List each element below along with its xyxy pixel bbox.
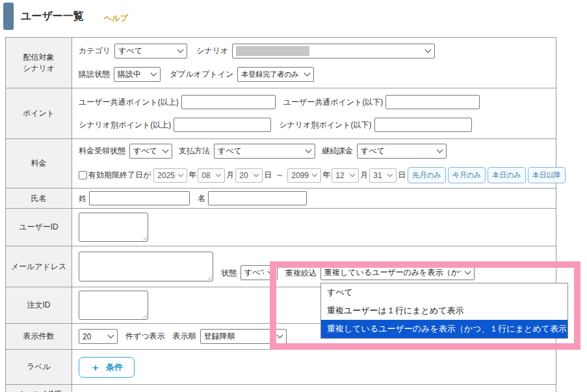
page-title: ユーザー一覧 xyxy=(21,10,84,23)
row-label-label: ラベル xyxy=(6,350,72,384)
dedup-option-duplicates-merged[interactable]: 重複しているユーザーのみを表示（かつ、１行にまとめて表示） xyxy=(321,320,567,338)
page-header: ユーザー一覧 ヘルプ xyxy=(0,0,587,33)
chevron-down-icon xyxy=(163,147,169,153)
to-month-select[interactable]: 12 xyxy=(332,168,359,183)
chevron-down-icon xyxy=(312,171,317,176)
sort-order-select[interactable]: 登録降順 xyxy=(200,329,287,344)
from-month-select[interactable]: 08 xyxy=(198,168,225,183)
today-only-button[interactable]: 本日のみ xyxy=(488,167,526,183)
row-label-fee: 料金 xyxy=(6,139,72,188)
last-month-only-button[interactable]: 先月のみ xyxy=(408,167,446,183)
to-year-select[interactable]: 2099 xyxy=(287,168,321,183)
common-point-min-label: ユーザー共通ポイント(以上) xyxy=(79,97,179,108)
subscription-status-label: 購読状態 xyxy=(79,69,110,80)
dedup-option-merge-rows[interactable]: 重複ユーザーは１行にまとめて表示 xyxy=(321,302,567,320)
dedup-filter-select[interactable]: 重複しているユーザーのみを表示（かつ、1 すべて 重複ユーザーは１行にまとめて表… xyxy=(320,265,475,280)
chevron-down-icon xyxy=(425,47,432,53)
to-day-select[interactable]: 31 xyxy=(369,168,397,183)
row-label-order-id: 注文ID xyxy=(6,287,72,323)
row-points: ポイント ユーザー共通ポイント(以上) ユーザー共通ポイント(以下) シナリオ別… xyxy=(6,88,556,139)
chevron-down-icon xyxy=(178,171,183,176)
double-optin-select[interactable]: 本登録完了者のみ xyxy=(237,67,314,82)
chevron-down-icon xyxy=(216,171,221,176)
row-label-filter: ラベル ＋ 条件 xyxy=(6,350,556,385)
user-list-page: ユーザー一覧 ヘルプ 配信対象 シナリオ カテゴリ すべて シナリオ xyxy=(0,0,587,392)
add-condition-label: 条件 xyxy=(106,361,123,373)
date-range-tilde: ～ xyxy=(276,170,283,181)
chevron-down-icon xyxy=(151,70,157,77)
row-fee: 料金 料金受領状態 すべて 支払方法 すべて 継続課金 すべ xyxy=(6,139,556,189)
subscription-status-select[interactable]: 購読中 xyxy=(114,67,161,82)
chevron-down-icon xyxy=(465,268,471,275)
scenario-point-max-input[interactable] xyxy=(374,118,472,132)
scenario-select[interactable] xyxy=(232,44,435,59)
expiry-date-label: 有効期限終了日が xyxy=(88,170,151,181)
chevron-down-icon xyxy=(254,171,259,176)
recurring-billing-select[interactable]: すべて xyxy=(357,144,447,159)
scenario-label: シナリオ xyxy=(196,46,228,57)
help-link[interactable]: ヘルプ xyxy=(104,13,128,24)
row-label-points: ポイント xyxy=(6,88,72,138)
from-day-select[interactable]: 20 xyxy=(235,168,263,183)
this-month-only-button[interactable]: 今月のみ xyxy=(448,167,486,183)
row-label-email: メールアドレス xyxy=(6,246,72,287)
row-name: 氏名 姓 名 xyxy=(6,189,556,209)
fee-receipt-status-label: 料金受領状態 xyxy=(79,146,125,157)
common-point-max-label: ユーザー共通ポイント(以下) xyxy=(283,97,384,108)
chevron-down-icon xyxy=(306,147,312,153)
chevron-down-icon xyxy=(437,147,443,153)
chevron-down-icon xyxy=(108,332,114,339)
row-email: メールアドレス 状態 すべて 重複絞込 重複しているユーザーのみを表示（かつ、 xyxy=(6,246,556,287)
scenario-point-min-input[interactable] xyxy=(174,118,271,132)
row-delivery-scenario: 配信対象 シナリオ カテゴリ すべて シナリオ 購読 xyxy=(6,38,556,88)
user-filter-table: 配信対象 シナリオ カテゴリ すべて シナリオ 購読 xyxy=(5,37,556,392)
per-page-count-select[interactable]: 20 xyxy=(79,329,118,344)
per-page-suffix-label: 件ずつ表示 xyxy=(125,331,165,342)
chevron-down-icon xyxy=(304,70,311,77)
first-name-input[interactable] xyxy=(208,191,307,205)
dedup-option-all[interactable]: すべて xyxy=(321,283,567,302)
title-accent-bar xyxy=(3,3,14,30)
row-label-name: 氏名 xyxy=(6,189,72,208)
recurring-billing-label: 継続課金 xyxy=(322,146,353,157)
payment-method-select[interactable]: すべて xyxy=(214,144,315,159)
today-onward-button[interactable]: 本日以降 xyxy=(528,167,566,183)
dedup-filter-dropdown: すべて 重複ユーザーは１行にまとめて表示 重複しているユーザーのみを表示（かつ、… xyxy=(320,283,568,339)
category-select[interactable]: すべて xyxy=(114,44,187,59)
double-optin-label: ダブルオプトイン xyxy=(170,69,233,80)
from-year-select[interactable]: 2025 xyxy=(153,168,187,183)
chevron-down-icon xyxy=(177,47,184,53)
email-textarea[interactable] xyxy=(79,252,213,281)
row-user-id: ユーザーID xyxy=(6,209,556,246)
chevron-down-icon xyxy=(268,268,274,275)
add-condition-button[interactable]: ＋ 条件 xyxy=(79,357,135,378)
plus-icon: ＋ xyxy=(90,362,100,372)
chevron-down-icon xyxy=(350,171,355,176)
chevron-down-icon xyxy=(387,171,393,176)
payment-method-label: 支払方法 xyxy=(179,146,210,157)
common-point-min-input[interactable] xyxy=(181,95,276,109)
expiry-date-checkbox[interactable] xyxy=(79,171,87,179)
row-label-user-id: ユーザーID xyxy=(6,209,72,246)
category-label: カテゴリ xyxy=(79,46,111,57)
email-status-label: 状態 xyxy=(221,268,237,279)
fee-receipt-status-select[interactable]: すべて xyxy=(129,144,172,159)
scenario-point-max-label: シナリオ別ポイント(以下) xyxy=(279,120,371,131)
redacted-scenario-value xyxy=(236,46,309,56)
order-id-textarea[interactable] xyxy=(79,291,148,320)
last-name-label: 姓 xyxy=(79,193,86,204)
row-label-mail-line: メール×LINE xyxy=(6,385,72,392)
email-status-select[interactable]: すべて xyxy=(241,265,278,280)
chevron-down-icon xyxy=(276,332,283,339)
last-name-input[interactable] xyxy=(89,191,190,205)
common-point-max-input[interactable] xyxy=(385,95,480,109)
sort-order-label: 表示順 xyxy=(173,331,196,342)
dedup-filter-label: 重複絞込 xyxy=(285,268,317,279)
row-mail-line: メール×LINE xyxy=(6,385,556,392)
first-name-label: 名 xyxy=(198,193,205,204)
scenario-point-min-label: シナリオ別ポイント(以上) xyxy=(79,120,171,131)
row-label-delivery-scenario: 配信対象 シナリオ xyxy=(6,38,72,88)
row-label-per-page: 表示件数 xyxy=(6,324,72,349)
user-id-textarea[interactable] xyxy=(79,213,148,242)
